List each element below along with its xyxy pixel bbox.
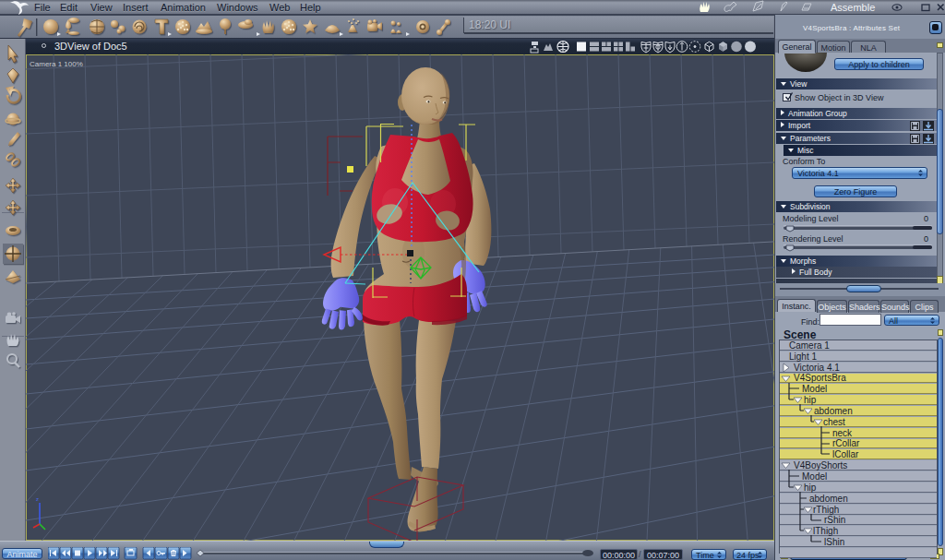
svg-text:z: z <box>36 496 39 502</box>
